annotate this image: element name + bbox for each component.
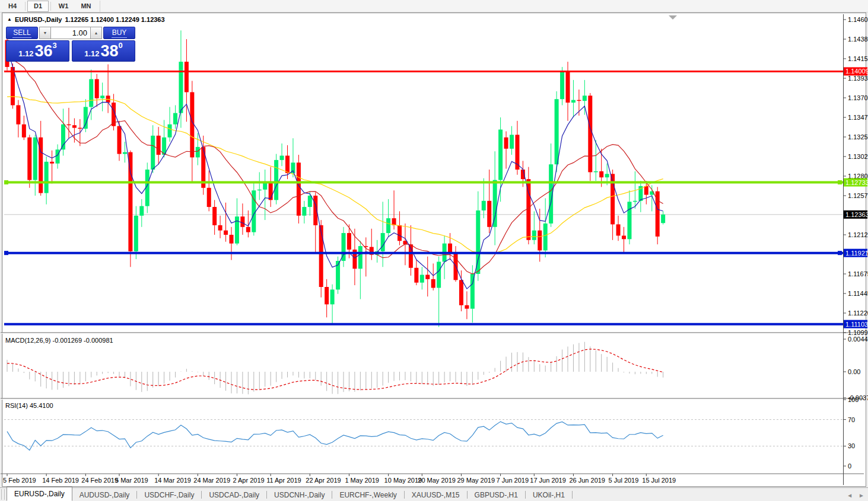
tab-eurchf-weekly[interactable]: EURCHF-,Weekly — [332, 489, 403, 501]
tab-usdcad-daily[interactable]: USDCAD-,Daily — [202, 489, 266, 501]
timeframe-button-w1[interactable]: W1 — [53, 1, 74, 12]
buy-button[interactable]: BUY — [103, 27, 135, 39]
chart-window — [2, 12, 866, 487]
volume-decrease-button[interactable]: ▼ — [39, 27, 51, 39]
one-click-trading-panel: SELL ▼ ▲ BUY 1.12363 1.12380 — [6, 27, 138, 62]
tab-ukoil-h1[interactable]: UKOil-,H1 — [526, 489, 572, 501]
collapse-triangle-icon[interactable]: ▲ — [7, 17, 12, 22]
sell-button[interactable]: SELL — [6, 27, 38, 39]
chevron-down-icon: ▼ — [43, 31, 47, 35]
volume-input[interactable] — [51, 27, 90, 39]
tab-usdcnh-daily[interactable]: USDCNH-,Daily — [267, 489, 332, 501]
macd-pane-label: MACD(12,26,9) -0.001269 -0.000981 — [5, 337, 113, 344]
tab-usdchf-daily[interactable]: USDCHF-,Daily — [137, 489, 201, 501]
chart-title-ohlc: 1.12265 1.12400 1.12249 1.12363 — [65, 16, 164, 23]
rsi-pane-label: RSI(14) 45.4100 — [5, 402, 53, 409]
timeframe-toolbar: H4 D1 W1 MN — [0, 0, 868, 12]
timeframe-button-mn[interactable]: MN — [75, 1, 97, 12]
tab-xauusd-m15[interactable]: XAUUSD-,M15 — [405, 489, 467, 501]
sell-price-big: 36 — [35, 44, 53, 59]
sell-price-sup: 3 — [53, 42, 57, 49]
toolbar-separator — [50, 2, 51, 11]
tab-separator — [572, 491, 573, 499]
tab-scroll-right-icon[interactable]: ► — [859, 492, 864, 499]
toolbar-separator — [100, 1, 100, 12]
sell-price-button[interactable]: 1.12363 — [6, 40, 69, 62]
tab-eurusd-daily[interactable]: EURUSD-,Daily — [7, 487, 72, 501]
tab-audusd-daily[interactable]: AUDUSD-,Daily — [72, 489, 137, 501]
tab-scroll-left-icon[interactable]: ◄ — [847, 492, 853, 499]
toolbar-separator — [25, 2, 26, 11]
volume-stepper: ▼ ▲ — [39, 27, 102, 39]
chevron-up-icon: ▲ — [94, 31, 98, 35]
timeframe-button-h4[interactable]: H4 — [2, 1, 23, 12]
buy-price-prefix: 1.12 — [84, 49, 99, 59]
chart-tab-bar: EURUSD-,Daily AUDUSD-,Daily USDCHF-,Dail… — [0, 487, 868, 501]
chart-title-symbol: EURUSD-,Daily — [15, 16, 62, 23]
timeframe-button-d1[interactable]: D1 — [27, 1, 49, 12]
tab-gbpusd-h1[interactable]: GBPUSD-,H1 — [468, 489, 525, 501]
tab-scroll-arrows: ◄ ► — [847, 492, 864, 499]
tabbar-grip — [1, 489, 5, 500]
volume-increase-button[interactable]: ▲ — [90, 27, 102, 39]
buy-price-big: 38 — [101, 44, 119, 59]
chart-title: ▲ EURUSD-,Daily 1.12265 1.12400 1.12249 … — [7, 16, 165, 23]
buy-price-button[interactable]: 1.12380 — [72, 40, 135, 62]
sell-price-prefix: 1.12 — [18, 49, 33, 59]
buy-price-sup: 0 — [119, 42, 123, 49]
